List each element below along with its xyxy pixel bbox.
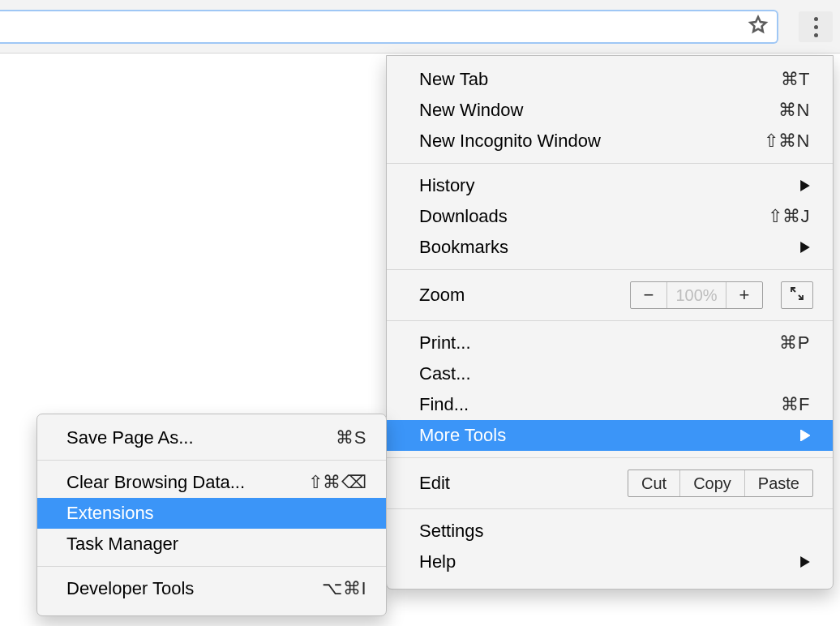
menu-item-label: Bookmarks bbox=[419, 237, 508, 258]
fullscreen-button[interactable] bbox=[781, 281, 813, 309]
menu-item-label: New Incognito Window bbox=[419, 131, 601, 152]
menu-item-shortcut: ⌥⌘I bbox=[322, 578, 366, 599]
menu-item-shortcut: ⌘T bbox=[781, 69, 810, 90]
zoom-button-group: − 100% + bbox=[630, 281, 763, 309]
fullscreen-icon bbox=[790, 285, 804, 306]
zoom-controls: − 100% + bbox=[630, 281, 813, 309]
edit-button-group: Cut Copy Paste bbox=[628, 470, 813, 497]
vertical-dots-icon bbox=[814, 17, 818, 37]
menu-item-downloads[interactable]: Downloads ⇧⌘J bbox=[387, 201, 833, 232]
menu-item-label: New Tab bbox=[419, 69, 488, 90]
zoom-value: 100% bbox=[666, 282, 726, 308]
menu-item-settings[interactable]: Settings bbox=[387, 516, 833, 547]
menu-item-help[interactable]: Help bbox=[387, 547, 833, 577]
menu-item-label: Extensions bbox=[66, 503, 154, 524]
menu-item-label: Save Page As... bbox=[66, 427, 194, 448]
menu-item-more-tools[interactable]: More Tools bbox=[387, 420, 833, 451]
menu-separator bbox=[37, 566, 386, 567]
menu-item-shortcut: ⇧⌘⌫ bbox=[308, 472, 367, 493]
menu-item-print[interactable]: Print... ⌘P bbox=[387, 328, 833, 358]
menu-separator bbox=[387, 163, 833, 164]
menu-item-new-window[interactable]: New Window ⌘N bbox=[387, 95, 833, 126]
menu-item-label: Clear Browsing Data... bbox=[66, 472, 245, 493]
submenu-item-save-page[interactable]: Save Page As... ⌘S bbox=[37, 422, 386, 453]
menu-separator bbox=[387, 508, 833, 509]
menu-separator bbox=[387, 320, 833, 321]
chevron-right-icon bbox=[800, 175, 810, 196]
submenu-item-developer-tools[interactable]: Developer Tools ⌥⌘I bbox=[37, 573, 386, 604]
menu-item-shortcut: ⌘F bbox=[781, 394, 810, 415]
menu-item-new-tab[interactable]: New Tab ⌘T bbox=[387, 64, 833, 95]
copy-button[interactable]: Copy bbox=[679, 470, 744, 496]
browser-toolbar bbox=[0, 0, 840, 54]
submenu-item-clear-data[interactable]: Clear Browsing Data... ⇧⌘⌫ bbox=[37, 467, 386, 498]
main-menu: New Tab ⌘T New Window ⌘N New Incognito W… bbox=[386, 55, 834, 590]
menu-item-zoom: Zoom − 100% + bbox=[387, 277, 833, 314]
menu-item-shortcut: ⇧⌘N bbox=[764, 131, 810, 152]
menu-item-label: Cast... bbox=[419, 363, 471, 384]
overflow-menu-button[interactable] bbox=[799, 11, 833, 42]
star-icon[interactable] bbox=[748, 15, 769, 39]
menu-item-history[interactable]: History bbox=[387, 170, 833, 201]
zoom-in-button[interactable]: + bbox=[726, 282, 762, 308]
menu-separator bbox=[387, 457, 833, 458]
menu-item-label: Downloads bbox=[419, 206, 508, 227]
menu-item-new-incognito[interactable]: New Incognito Window ⇧⌘N bbox=[387, 126, 833, 156]
menu-item-label: Settings bbox=[419, 521, 484, 542]
menu-item-shortcut: ⌘P bbox=[779, 332, 810, 354]
menu-item-shortcut: ⌘S bbox=[336, 427, 366, 448]
more-tools-submenu: Save Page As... ⌘S Clear Browsing Data..… bbox=[36, 414, 387, 616]
menu-item-label: Developer Tools bbox=[66, 578, 194, 599]
menu-item-label: Edit bbox=[419, 473, 450, 494]
chevron-right-icon bbox=[800, 425, 810, 446]
submenu-item-extensions[interactable]: Extensions bbox=[37, 498, 386, 529]
menu-item-label: Find... bbox=[419, 394, 469, 415]
paste-button[interactable]: Paste bbox=[744, 470, 812, 496]
menu-item-edit: Edit Cut Copy Paste bbox=[387, 465, 833, 502]
menu-separator bbox=[387, 269, 833, 270]
zoom-out-button[interactable]: − bbox=[631, 282, 666, 308]
menu-separator bbox=[37, 460, 386, 461]
menu-item-label: History bbox=[419, 175, 474, 196]
menu-item-shortcut: ⌘N bbox=[778, 100, 810, 121]
address-bar[interactable] bbox=[0, 10, 778, 44]
menu-item-label: More Tools bbox=[419, 425, 506, 446]
cut-button[interactable]: Cut bbox=[628, 470, 679, 496]
menu-item-cast[interactable]: Cast... bbox=[387, 358, 833, 389]
menu-item-label: Task Manager bbox=[66, 534, 178, 555]
menu-item-label: Help bbox=[419, 551, 456, 572]
menu-item-find[interactable]: Find... ⌘F bbox=[387, 389, 833, 420]
menu-item-label: New Window bbox=[419, 100, 523, 121]
chevron-right-icon bbox=[800, 237, 810, 258]
menu-item-label: Zoom bbox=[419, 285, 465, 306]
chevron-right-icon bbox=[800, 551, 810, 572]
menu-item-label: Print... bbox=[419, 332, 471, 354]
menu-item-shortcut: ⇧⌘J bbox=[768, 206, 811, 227]
submenu-item-task-manager[interactable]: Task Manager bbox=[37, 529, 386, 560]
menu-item-bookmarks[interactable]: Bookmarks bbox=[387, 232, 833, 263]
